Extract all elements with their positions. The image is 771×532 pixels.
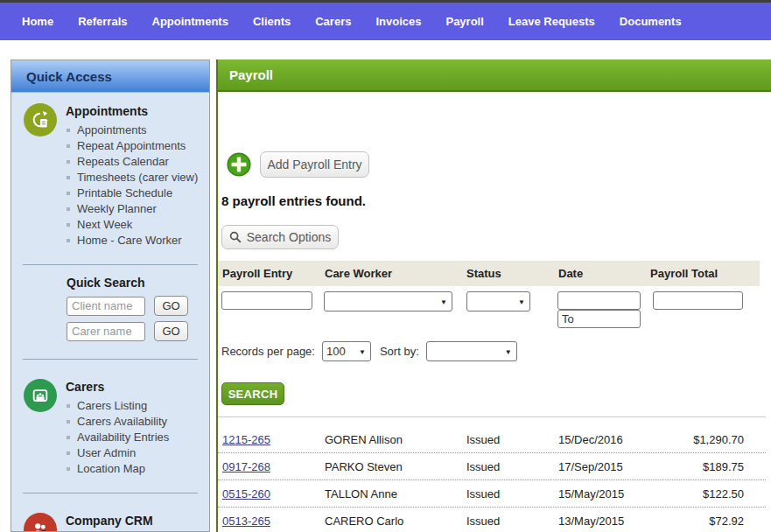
client-go-button[interactable]: GO: [154, 296, 187, 316]
sidebar-section-company-crm: Company CRM ClientsAdd noteNotes searchO…: [11, 502, 209, 532]
nav-item[interactable]: Carers: [315, 15, 351, 28]
column-header-status: Status: [466, 267, 501, 280]
quick-access-sidebar: Quick Access Appointments AppointmentsRe…: [11, 60, 210, 532]
sidebar-item[interactable]: User Admin: [66, 445, 204, 461]
results-count: 8 payroll entries found.: [221, 193, 366, 208]
care-worker-cell: CARERO Carlo: [325, 514, 403, 528]
payroll-total-cell: $189.75: [610, 460, 744, 473]
sidebar-section-appointments: Appointments AppointmentsRepeat Appointm…: [11, 93, 209, 256]
add-payroll-entry-button[interactable]: Add Payroll Entry: [260, 151, 369, 178]
nav-item[interactable]: Documents: [620, 15, 682, 28]
search-options-label: Search Options: [247, 230, 332, 244]
nav-item[interactable]: Clients: [253, 15, 291, 28]
date-to-filter-input[interactable]: [557, 310, 641, 328]
divider: [218, 416, 766, 417]
payroll-content: Add Payroll Entry 8 payroll entries foun…: [218, 92, 771, 530]
status-cell: Issued: [466, 460, 500, 473]
payroll-total-filter-input[interactable]: [653, 291, 743, 310]
appointments-icon: [24, 103, 57, 136]
appointments-links: AppointmentsRepeat AppointmentsRepeats C…: [66, 122, 204, 248]
sidebar-item[interactable]: Printable Schedule: [66, 186, 204, 201]
divider: [23, 264, 198, 265]
payroll-entry-link[interactable]: 0513-265: [222, 514, 270, 528]
sort-by-label: Sort by:: [380, 345, 419, 358]
table-row: 0513-265 CARERO Carlo Issued 13/May/2015…: [218, 508, 766, 532]
carers-icon: [24, 379, 57, 412]
top-navigation: HomeReferralsAppointmentsClientsCarersIn…: [0, 0, 771, 40]
nav-item[interactable]: Invoices: [375, 15, 421, 28]
payroll-entry-link[interactable]: 0515-260: [222, 487, 270, 500]
column-header-date: Date: [558, 267, 583, 280]
nav-item[interactable]: Appointments: [152, 15, 228, 28]
sort-by-select[interactable]: [426, 341, 517, 361]
table-row: 1215-265 GOREN Allison Issued 15/Dec/201…: [218, 426, 766, 453]
add-row: Add Payroll Entry: [227, 151, 369, 178]
sidebar-item[interactable]: Availability Entries: [66, 430, 204, 445]
payroll-total-cell: $122.50: [610, 487, 744, 500]
sidebar-item[interactable]: Timesheets (carer view): [66, 170, 204, 186]
carer-go-button[interactable]: GO: [154, 321, 187, 341]
sidebar-item[interactable]: Weekly Planner: [66, 201, 204, 217]
payroll-table: 1215-265 GOREN Allison Issued 15/Dec/201…: [218, 426, 766, 532]
divider: [23, 493, 198, 494]
records-per-page-label: Records per page:: [221, 345, 315, 358]
carer-name-input[interactable]: [67, 322, 145, 341]
client-name-input[interactable]: [67, 297, 145, 316]
sidebar-title: Quick Access: [11, 60, 209, 93]
nav-item[interactable]: Leave Requests: [508, 15, 595, 28]
payroll-entry-filter-input[interactable]: [221, 291, 312, 310]
sidebar-item[interactable]: Location Map: [66, 461, 204, 477]
payroll-total-cell: $1,290.70: [610, 433, 744, 446]
sidebar-section-carers: Carers Carers ListingCarers Availability…: [11, 368, 209, 484]
page-title: Payroll: [218, 60, 771, 92]
section-title-appointments: Appointments: [66, 104, 204, 118]
nav-item[interactable]: Home: [22, 15, 53, 28]
status-cell: Issued: [466, 487, 500, 500]
care-worker-filter-select[interactable]: [324, 291, 452, 312]
quick-search-title: Quick Search: [67, 276, 209, 290]
search-options-button[interactable]: Search Options: [221, 225, 339, 249]
status-cell: Issued: [466, 514, 500, 528]
status-filter-select[interactable]: [466, 291, 530, 312]
divider: [23, 359, 198, 360]
page: HomeReferralsAppointmentsClientsCarersIn…: [0, 0, 771, 532]
nav-items: HomeReferralsAppointmentsClientsCarersIn…: [0, 3, 771, 40]
search-icon: [229, 231, 242, 243]
quick-search-section: Quick Search GO GO: [11, 274, 209, 350]
sidebar-body: Appointments AppointmentsRepeat Appointm…: [11, 93, 209, 532]
payroll-entry-link[interactable]: 1215-265: [222, 433, 270, 446]
payroll-total-cell: $72.92: [610, 514, 744, 528]
records-row: Records per page: 100 Sort by:: [221, 341, 526, 361]
main-content: Payroll Add Payroll Entry 8 payroll entr…: [216, 60, 771, 532]
section-title-company-crm: Company CRM: [66, 514, 204, 528]
sidebar-item[interactable]: Next Week: [66, 217, 204, 233]
nav-item[interactable]: Payroll: [445, 15, 483, 28]
care-worker-cell: GOREN Allison: [325, 433, 403, 446]
sidebar-item[interactable]: Appointments: [66, 122, 204, 138]
sidebar-item[interactable]: Home - Care Worker: [66, 233, 204, 248]
sidebar-item[interactable]: Repeat Appointments: [66, 138, 204, 154]
sidebar-item[interactable]: Repeats Calendar: [66, 154, 204, 170]
care-worker-cell: PARKO Steven: [325, 460, 403, 473]
company-crm-icon: [24, 513, 57, 532]
search-button[interactable]: SEARCH: [221, 382, 284, 405]
column-header-care-worker: Care Worker: [325, 267, 392, 280]
column-header-payroll-entry: Payroll Entry: [222, 267, 292, 280]
nav-item[interactable]: Referrals: [78, 15, 127, 28]
add-plus-icon[interactable]: [227, 152, 251, 177]
table-row: 0515-260 TALLON Anne Issued 15/May/2015 …: [218, 480, 766, 508]
sidebar-item[interactable]: Carers Listing: [66, 398, 204, 414]
date-from-filter-input[interactable]: [557, 291, 641, 310]
payroll-entry-link[interactable]: 0917-268: [222, 460, 270, 473]
carers-links: Carers ListingCarers AvailabilityAvailab…: [66, 398, 204, 477]
column-header-payroll-total: Payroll Total: [650, 267, 718, 280]
sidebar-item[interactable]: Carers Availability: [66, 414, 204, 430]
table-row: 0917-268 PARKO Steven Issued 17/Sep/2015…: [218, 453, 766, 480]
care-worker-cell: TALLON Anne: [325, 487, 397, 500]
filter-header-band: Payroll Entry Care Worker Status Date Pa…: [218, 261, 760, 286]
status-cell: Issued: [466, 433, 500, 446]
filter-row: [218, 291, 760, 332]
records-per-page-select[interactable]: 100: [322, 341, 371, 361]
section-title-carers: Carers: [66, 380, 204, 394]
